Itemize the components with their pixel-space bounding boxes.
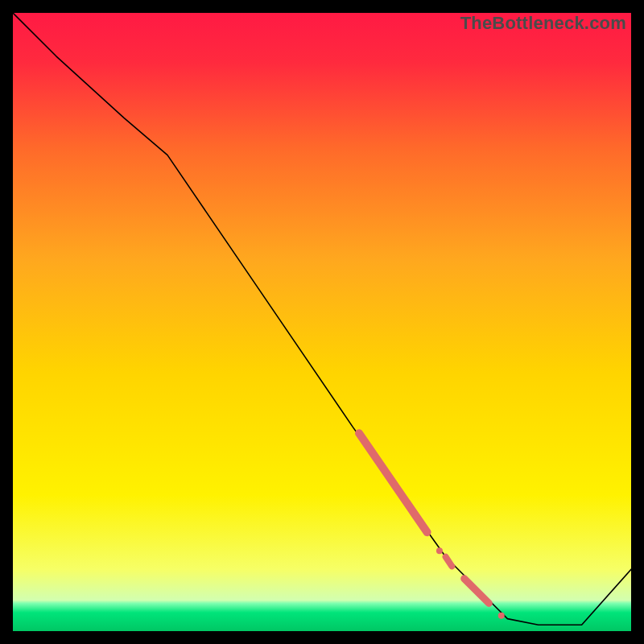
chart-frame: TheBottleneck.com (0, 0, 644, 644)
highlight-dot-0 (436, 547, 443, 554)
chart-svg (13, 13, 631, 631)
plot-area: TheBottleneck.com (13, 13, 631, 631)
watermark-text: TheBottleneck.com (460, 13, 626, 34)
gradient-background (13, 13, 631, 631)
highlight-dot-1 (498, 613, 505, 619)
